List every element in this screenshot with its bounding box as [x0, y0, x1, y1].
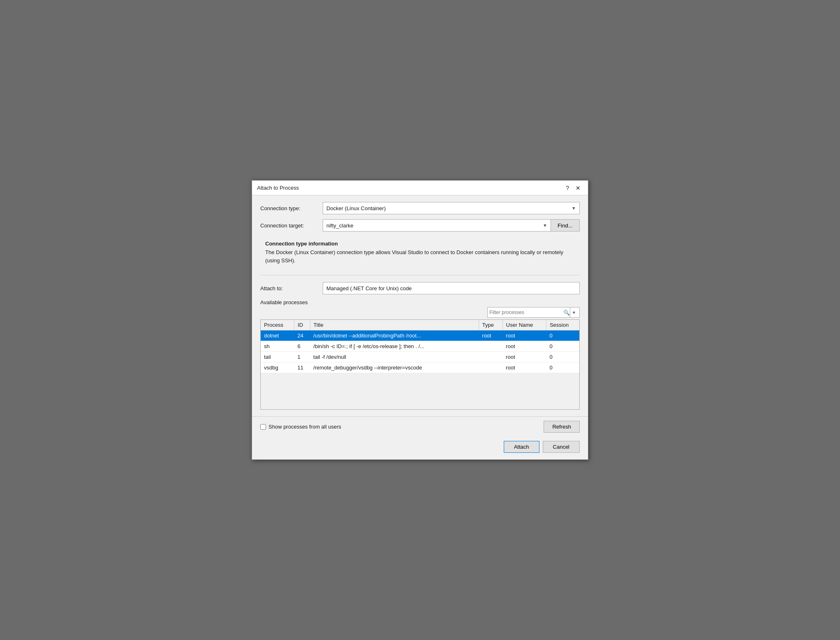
connection-target-dropdown-group: nifty_clarke ▼ Find... [323, 219, 580, 232]
show-all-processes-row: Show processes from all users [260, 424, 341, 430]
col-process: Process [261, 320, 294, 330]
close-button[interactable]: ✕ [573, 184, 583, 192]
bottom-area: Show processes from all users Refresh [252, 416, 588, 437]
cell-id: 24 [294, 330, 310, 341]
find-button[interactable]: Find... [551, 219, 580, 232]
show-all-processes-label[interactable]: Show processes from all users [269, 424, 341, 430]
cell-session: 0 [546, 352, 579, 362]
connection-info-box: Connection type information The Docker (… [260, 236, 580, 268]
cell-user: root [503, 330, 546, 341]
connection-target-row: Connection target: nifty_clarke ▼ Find..… [260, 219, 580, 232]
action-buttons: Attach Cancel [252, 437, 588, 459]
attach-to-label: Attach to: [260, 285, 318, 291]
table-row[interactable]: sh6/bin/sh -c ID=.; if [ -e /etc/os-rele… [261, 341, 579, 352]
col-type: Type [479, 320, 503, 330]
filter-row: 🔍 ▼ [260, 307, 580, 318]
connection-target-value: nifty_clarke [326, 223, 353, 229]
cell-process: dotnet [261, 330, 294, 341]
dialog-title: Attach to Process [257, 185, 299, 191]
cell-type [479, 362, 503, 373]
connection-target-control: nifty_clarke ▼ Find... [323, 219, 580, 232]
show-all-processes-checkbox[interactable] [260, 424, 266, 430]
cell-title: /usr/bin/dotnet --additionalProbingPath … [310, 330, 479, 341]
cell-type [479, 341, 503, 352]
attach-to-row: Attach to: [260, 282, 580, 294]
connection-type-row: Connection type: Docker (Linux Container… [260, 202, 580, 214]
cell-process: sh [261, 341, 294, 352]
cell-id: 11 [294, 362, 310, 373]
connection-target-dropdown[interactable]: nifty_clarke ▼ [323, 219, 551, 232]
col-session: Session [546, 320, 579, 330]
available-processes-section: Available processes 🔍 ▼ Process ID Tit [260, 299, 580, 410]
cell-type [479, 352, 503, 362]
cell-title: /remote_debugger/vsdbg --interpreter=vsc… [310, 362, 479, 373]
search-icon: 🔍 [563, 310, 570, 316]
connection-type-value: Docker (Linux Container) [326, 205, 386, 211]
help-button[interactable]: ? [563, 184, 571, 192]
available-processes-label: Available processes [260, 299, 580, 305]
title-bar: Attach to Process ? ✕ [252, 181, 588, 195]
filter-input-wrapper: 🔍 ▼ [487, 307, 580, 318]
table-header-row: Process ID Title Type User Name Session [261, 320, 579, 330]
col-id: ID [294, 320, 310, 330]
connection-target-arrow-icon: ▼ [543, 223, 547, 228]
info-title: Connection type information [265, 241, 575, 247]
connection-target-label: Connection target: [260, 223, 318, 229]
info-text: The Docker (Linux Container) connection … [265, 248, 575, 264]
cell-id: 6 [294, 341, 310, 352]
cancel-button[interactable]: Cancel [543, 441, 580, 453]
divider [260, 275, 580, 275]
title-bar-buttons: ? ✕ [563, 184, 583, 192]
table-row[interactable]: tail1tail -f /dev/nullroot0 [261, 352, 579, 362]
process-table: Process ID Title Type User Name Session … [261, 320, 579, 373]
cell-process: tail [261, 352, 294, 362]
connection-type-arrow-icon: ▼ [571, 206, 576, 211]
dialog-body: Connection type: Docker (Linux Container… [252, 195, 588, 416]
connection-type-dropdown[interactable]: Docker (Linux Container) ▼ [323, 202, 580, 214]
connection-type-control: Docker (Linux Container) ▼ [323, 202, 580, 214]
attach-to-process-dialog: Attach to Process ? ✕ Connection type: D… [252, 180, 588, 460]
attach-to-input[interactable] [323, 282, 580, 294]
cell-title: /bin/sh -c ID=.; if [ -e /etc/os-release… [310, 341, 479, 352]
process-table-body: dotnet24/usr/bin/dotnet --additionalProb… [261, 330, 579, 373]
table-row[interactable]: vsdbg11/remote_debugger/vsdbg --interpre… [261, 362, 579, 373]
cell-session: 0 [546, 330, 579, 341]
cell-user: root [503, 362, 546, 373]
attach-button[interactable]: Attach [504, 441, 539, 453]
connection-type-label: Connection type: [260, 205, 318, 211]
filter-input[interactable] [489, 310, 563, 315]
cell-user: root [503, 352, 546, 362]
cell-id: 1 [294, 352, 310, 362]
process-table-container: Process ID Title Type User Name Session … [260, 319, 580, 410]
cell-type: root [479, 330, 503, 341]
cell-title: tail -f /dev/null [310, 352, 479, 362]
cell-process: vsdbg [261, 362, 294, 373]
cell-user: root [503, 341, 546, 352]
filter-dropdown-button[interactable]: ▼ [570, 307, 578, 317]
refresh-button[interactable]: Refresh [544, 421, 580, 433]
cell-session: 0 [546, 362, 579, 373]
table-row[interactable]: dotnet24/usr/bin/dotnet --additionalProb… [261, 330, 579, 341]
cell-session: 0 [546, 341, 579, 352]
col-username: User Name [503, 320, 546, 330]
col-title: Title [310, 320, 479, 330]
